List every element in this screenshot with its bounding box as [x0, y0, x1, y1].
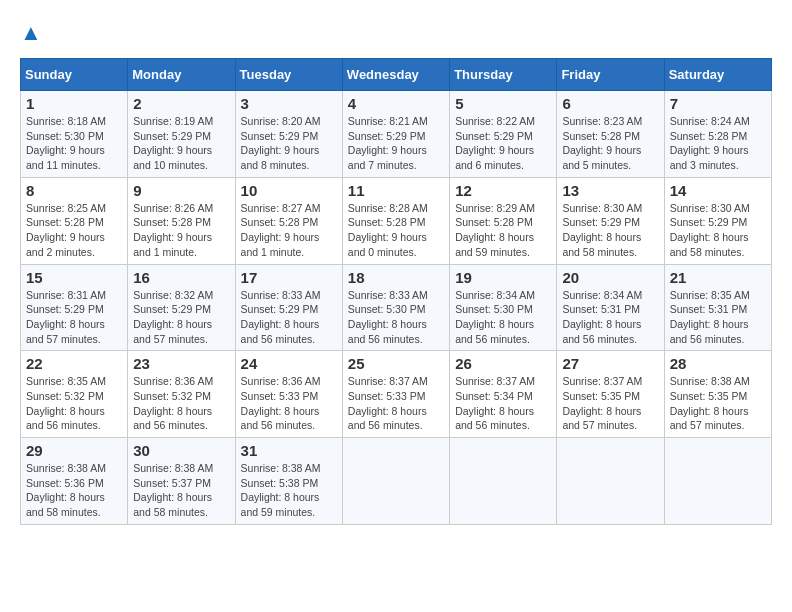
day-info: Sunrise: 8:37 AM Sunset: 5:33 PM Dayligh…: [348, 374, 444, 433]
calendar-cell: 20Sunrise: 8:34 AM Sunset: 5:31 PM Dayli…: [557, 264, 664, 351]
day-info: Sunrise: 8:35 AM Sunset: 5:31 PM Dayligh…: [670, 288, 766, 347]
calendar-cell: 14Sunrise: 8:30 AM Sunset: 5:29 PM Dayli…: [664, 177, 771, 264]
day-info: Sunrise: 8:37 AM Sunset: 5:34 PM Dayligh…: [455, 374, 551, 433]
day-info: Sunrise: 8:38 AM Sunset: 5:38 PM Dayligh…: [241, 461, 337, 520]
calendar-cell: 30Sunrise: 8:38 AM Sunset: 5:37 PM Dayli…: [128, 438, 235, 525]
day-info: Sunrise: 8:28 AM Sunset: 5:28 PM Dayligh…: [348, 201, 444, 260]
calendar-cell: 8Sunrise: 8:25 AM Sunset: 5:28 PM Daylig…: [21, 177, 128, 264]
calendar-cell: 13Sunrise: 8:30 AM Sunset: 5:29 PM Dayli…: [557, 177, 664, 264]
day-info: Sunrise: 8:34 AM Sunset: 5:30 PM Dayligh…: [455, 288, 551, 347]
calendar-cell: [342, 438, 449, 525]
calendar-cell: 28Sunrise: 8:38 AM Sunset: 5:35 PM Dayli…: [664, 351, 771, 438]
calendar-cell: [557, 438, 664, 525]
day-number: 13: [562, 182, 658, 199]
day-number: 19: [455, 269, 551, 286]
day-number: 9: [133, 182, 229, 199]
logo-icon: ▲: [20, 20, 48, 48]
header-cell-friday: Friday: [557, 59, 664, 91]
calendar-cell: 12Sunrise: 8:29 AM Sunset: 5:28 PM Dayli…: [450, 177, 557, 264]
day-number: 11: [348, 182, 444, 199]
day-info: Sunrise: 8:35 AM Sunset: 5:32 PM Dayligh…: [26, 374, 122, 433]
day-info: Sunrise: 8:34 AM Sunset: 5:31 PM Dayligh…: [562, 288, 658, 347]
calendar-cell: 29Sunrise: 8:38 AM Sunset: 5:36 PM Dayli…: [21, 438, 128, 525]
calendar-cell: 31Sunrise: 8:38 AM Sunset: 5:38 PM Dayli…: [235, 438, 342, 525]
day-number: 1: [26, 95, 122, 112]
day-number: 31: [241, 442, 337, 459]
calendar-cell: 2Sunrise: 8:19 AM Sunset: 5:29 PM Daylig…: [128, 91, 235, 178]
day-number: 25: [348, 355, 444, 372]
svg-text:▲: ▲: [20, 20, 42, 45]
day-number: 17: [241, 269, 337, 286]
day-info: Sunrise: 8:33 AM Sunset: 5:29 PM Dayligh…: [241, 288, 337, 347]
day-info: Sunrise: 8:32 AM Sunset: 5:29 PM Dayligh…: [133, 288, 229, 347]
calendar-table: SundayMondayTuesdayWednesdayThursdayFrid…: [20, 58, 772, 525]
week-row-3: 15Sunrise: 8:31 AM Sunset: 5:29 PM Dayli…: [21, 264, 772, 351]
day-info: Sunrise: 8:29 AM Sunset: 5:28 PM Dayligh…: [455, 201, 551, 260]
day-number: 14: [670, 182, 766, 199]
calendar-cell: 6Sunrise: 8:23 AM Sunset: 5:28 PM Daylig…: [557, 91, 664, 178]
calendar-cell: [450, 438, 557, 525]
calendar-cell: 24Sunrise: 8:36 AM Sunset: 5:33 PM Dayli…: [235, 351, 342, 438]
week-row-5: 29Sunrise: 8:38 AM Sunset: 5:36 PM Dayli…: [21, 438, 772, 525]
day-info: Sunrise: 8:38 AM Sunset: 5:35 PM Dayligh…: [670, 374, 766, 433]
day-info: Sunrise: 8:24 AM Sunset: 5:28 PM Dayligh…: [670, 114, 766, 173]
calendar-cell: 1Sunrise: 8:18 AM Sunset: 5:30 PM Daylig…: [21, 91, 128, 178]
page-header: ▲: [20, 20, 772, 48]
header-cell-tuesday: Tuesday: [235, 59, 342, 91]
day-info: Sunrise: 8:18 AM Sunset: 5:30 PM Dayligh…: [26, 114, 122, 173]
day-number: 2: [133, 95, 229, 112]
header-row: SundayMondayTuesdayWednesdayThursdayFrid…: [21, 59, 772, 91]
header-cell-wednesday: Wednesday: [342, 59, 449, 91]
calendar-cell: 18Sunrise: 8:33 AM Sunset: 5:30 PM Dayli…: [342, 264, 449, 351]
calendar-cell: 26Sunrise: 8:37 AM Sunset: 5:34 PM Dayli…: [450, 351, 557, 438]
day-info: Sunrise: 8:37 AM Sunset: 5:35 PM Dayligh…: [562, 374, 658, 433]
day-info: Sunrise: 8:22 AM Sunset: 5:29 PM Dayligh…: [455, 114, 551, 173]
calendar-body: 1Sunrise: 8:18 AM Sunset: 5:30 PM Daylig…: [21, 91, 772, 525]
day-info: Sunrise: 8:21 AM Sunset: 5:29 PM Dayligh…: [348, 114, 444, 173]
header-cell-thursday: Thursday: [450, 59, 557, 91]
calendar-cell: 7Sunrise: 8:24 AM Sunset: 5:28 PM Daylig…: [664, 91, 771, 178]
calendar-cell: 21Sunrise: 8:35 AM Sunset: 5:31 PM Dayli…: [664, 264, 771, 351]
day-info: Sunrise: 8:26 AM Sunset: 5:28 PM Dayligh…: [133, 201, 229, 260]
day-number: 6: [562, 95, 658, 112]
day-info: Sunrise: 8:19 AM Sunset: 5:29 PM Dayligh…: [133, 114, 229, 173]
header-cell-sunday: Sunday: [21, 59, 128, 91]
day-number: 4: [348, 95, 444, 112]
day-number: 30: [133, 442, 229, 459]
day-number: 18: [348, 269, 444, 286]
day-info: Sunrise: 8:38 AM Sunset: 5:36 PM Dayligh…: [26, 461, 122, 520]
calendar-cell: 25Sunrise: 8:37 AM Sunset: 5:33 PM Dayli…: [342, 351, 449, 438]
day-info: Sunrise: 8:33 AM Sunset: 5:30 PM Dayligh…: [348, 288, 444, 347]
calendar-cell: 5Sunrise: 8:22 AM Sunset: 5:29 PM Daylig…: [450, 91, 557, 178]
day-info: Sunrise: 8:38 AM Sunset: 5:37 PM Dayligh…: [133, 461, 229, 520]
calendar-cell: 19Sunrise: 8:34 AM Sunset: 5:30 PM Dayli…: [450, 264, 557, 351]
day-number: 26: [455, 355, 551, 372]
calendar-cell: 11Sunrise: 8:28 AM Sunset: 5:28 PM Dayli…: [342, 177, 449, 264]
day-number: 24: [241, 355, 337, 372]
week-row-2: 8Sunrise: 8:25 AM Sunset: 5:28 PM Daylig…: [21, 177, 772, 264]
week-row-1: 1Sunrise: 8:18 AM Sunset: 5:30 PM Daylig…: [21, 91, 772, 178]
calendar-cell: 17Sunrise: 8:33 AM Sunset: 5:29 PM Dayli…: [235, 264, 342, 351]
logo: ▲: [20, 20, 52, 48]
day-info: Sunrise: 8:36 AM Sunset: 5:33 PM Dayligh…: [241, 374, 337, 433]
calendar-cell: 16Sunrise: 8:32 AM Sunset: 5:29 PM Dayli…: [128, 264, 235, 351]
calendar-cell: 23Sunrise: 8:36 AM Sunset: 5:32 PM Dayli…: [128, 351, 235, 438]
day-number: 16: [133, 269, 229, 286]
calendar-cell: 22Sunrise: 8:35 AM Sunset: 5:32 PM Dayli…: [21, 351, 128, 438]
header-cell-saturday: Saturday: [664, 59, 771, 91]
day-number: 23: [133, 355, 229, 372]
calendar-cell: 4Sunrise: 8:21 AM Sunset: 5:29 PM Daylig…: [342, 91, 449, 178]
calendar-cell: 9Sunrise: 8:26 AM Sunset: 5:28 PM Daylig…: [128, 177, 235, 264]
day-info: Sunrise: 8:23 AM Sunset: 5:28 PM Dayligh…: [562, 114, 658, 173]
day-number: 8: [26, 182, 122, 199]
day-number: 29: [26, 442, 122, 459]
day-info: Sunrise: 8:31 AM Sunset: 5:29 PM Dayligh…: [26, 288, 122, 347]
calendar-cell: 3Sunrise: 8:20 AM Sunset: 5:29 PM Daylig…: [235, 91, 342, 178]
day-number: 3: [241, 95, 337, 112]
calendar-cell: 27Sunrise: 8:37 AM Sunset: 5:35 PM Dayli…: [557, 351, 664, 438]
day-number: 5: [455, 95, 551, 112]
day-number: 12: [455, 182, 551, 199]
calendar-cell: [664, 438, 771, 525]
header-cell-monday: Monday: [128, 59, 235, 91]
day-number: 10: [241, 182, 337, 199]
